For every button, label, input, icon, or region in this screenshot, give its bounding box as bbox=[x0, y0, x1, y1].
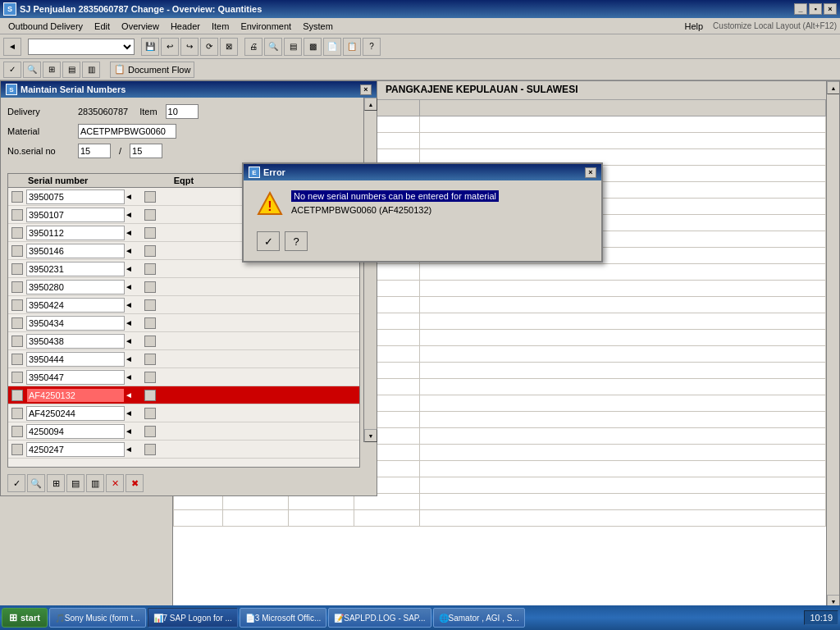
serial-confirm-button[interactable]: ✓ bbox=[7, 474, 25, 492]
eqpt-checkbox[interactable] bbox=[144, 281, 156, 293]
serial-panel-close-button[interactable]: × bbox=[360, 84, 372, 95]
serial-checkbox[interactable] bbox=[11, 299, 23, 311]
error-dialog-close-button[interactable]: × bbox=[585, 167, 596, 178]
serial-checkbox[interactable] bbox=[11, 263, 23, 275]
grid-button[interactable]: ⊞ bbox=[43, 62, 61, 78]
taskbar-item-saplpd[interactable]: 📝 SAPLPD.LOG - SAP... bbox=[328, 608, 431, 628]
scroll-up-btn[interactable]: ▲ bbox=[827, 81, 840, 94]
serial-number-field[interactable] bbox=[26, 244, 125, 258]
serial-number-field[interactable] bbox=[26, 442, 125, 457]
menu-overview[interactable]: Overview bbox=[116, 20, 164, 33]
eqpt-checkbox[interactable] bbox=[144, 408, 156, 419]
serial-delete-button[interactable]: ✕ bbox=[106, 474, 124, 492]
serial-number-field[interactable] bbox=[26, 189, 125, 204]
save-button[interactable]: 💾 bbox=[141, 38, 159, 56]
undo-button[interactable]: ↪ bbox=[180, 38, 199, 56]
serial-checkbox[interactable] bbox=[11, 245, 23, 257]
eqpt-checkbox[interactable] bbox=[144, 354, 156, 365]
error-help-button[interactable]: ? bbox=[285, 231, 308, 251]
serial-number-field[interactable] bbox=[26, 226, 125, 240]
serial-number-field[interactable] bbox=[26, 352, 125, 367]
restore-button[interactable]: ▪ bbox=[809, 3, 822, 15]
eqpt-checkbox[interactable] bbox=[144, 299, 156, 311]
eqpt-checkbox[interactable] bbox=[144, 227, 156, 239]
print-button[interactable]: 🖨 bbox=[244, 38, 262, 56]
shortcut2[interactable]: ▩ bbox=[304, 38, 322, 56]
serial-search-button[interactable]: 🔍 bbox=[27, 474, 45, 492]
stop-button[interactable]: ⊠ bbox=[220, 38, 238, 56]
serial-checkbox[interactable] bbox=[11, 191, 23, 203]
scroll-down-button[interactable]: ▼ bbox=[364, 429, 377, 442]
shortcut1[interactable]: ▤ bbox=[284, 38, 302, 56]
serial-number-field[interactable] bbox=[26, 280, 125, 294]
menu-help[interactable]: Help bbox=[679, 20, 708, 33]
eqpt-checkbox[interactable] bbox=[144, 209, 156, 221]
no-serial-input[interactable] bbox=[78, 144, 111, 158]
eqpt-checkbox[interactable] bbox=[144, 390, 156, 401]
forward-button[interactable]: ⟳ bbox=[200, 38, 218, 56]
back-button[interactable]: ◄ bbox=[3, 38, 21, 56]
check-button[interactable]: ✓ bbox=[3, 62, 21, 78]
taskbar-item-office[interactable]: 📄 3 Microsoft Offic... bbox=[240, 608, 326, 628]
serial-checkbox[interactable] bbox=[11, 426, 23, 437]
serial-number-field[interactable] bbox=[26, 262, 125, 276]
document-flow-button[interactable]: 📋 Document Flow bbox=[110, 62, 194, 78]
serial-cancel-button[interactable]: ✖ bbox=[126, 474, 144, 492]
help-button[interactable]: ? bbox=[363, 38, 381, 56]
close-button[interactable]: × bbox=[824, 3, 837, 15]
serial-checkbox[interactable] bbox=[11, 354, 23, 365]
col-button[interactable]: ▤ bbox=[62, 62, 80, 78]
panel-scrollbar[interactable]: ▲ ▼ bbox=[363, 98, 377, 442]
find-button[interactable]: 🔍 bbox=[264, 38, 282, 56]
error-confirm-button[interactable]: ✓ bbox=[257, 231, 280, 251]
serial-grid-button[interactable]: ⊞ bbox=[47, 474, 65, 492]
eqpt-checkbox[interactable] bbox=[144, 191, 156, 203]
command-dropdown[interactable] bbox=[28, 39, 135, 55]
serial-number-field[interactable] bbox=[26, 370, 125, 385]
serial-checkbox[interactable] bbox=[11, 227, 23, 239]
serial-checkbox[interactable] bbox=[11, 372, 23, 383]
no-serial-total-input[interactable] bbox=[130, 144, 162, 158]
search-button[interactable]: 🔍 bbox=[23, 62, 41, 78]
serial-number-field[interactable] bbox=[26, 316, 125, 331]
scroll-up-button[interactable]: ▲ bbox=[364, 98, 377, 111]
serial-checkbox[interactable] bbox=[11, 317, 23, 329]
menu-system[interactable]: System bbox=[298, 20, 338, 33]
serial-col2-button[interactable]: ▤ bbox=[66, 474, 84, 492]
taskbar-item-samator[interactable]: 🌐 Samator , AGI , S... bbox=[433, 608, 525, 628]
serial-checkbox[interactable] bbox=[11, 408, 23, 419]
menu-outbound-delivery[interactable]: Outbound Delivery bbox=[3, 20, 88, 33]
eqpt-checkbox[interactable] bbox=[144, 245, 156, 257]
row-button[interactable]: ▥ bbox=[82, 62, 100, 78]
serial-checkbox[interactable] bbox=[11, 336, 23, 347]
serial-number-field[interactable] bbox=[26, 298, 125, 313]
serial-number-field[interactable] bbox=[26, 424, 125, 439]
eqpt-checkbox[interactable] bbox=[144, 336, 156, 347]
serial-number-field[interactable] bbox=[26, 406, 125, 421]
eqpt-checkbox[interactable] bbox=[144, 426, 156, 437]
serial-number-field[interactable] bbox=[26, 208, 125, 222]
eqpt-checkbox[interactable] bbox=[144, 372, 156, 383]
eqpt-checkbox[interactable] bbox=[144, 317, 156, 329]
serial-checkbox[interactable] bbox=[11, 390, 23, 401]
vertical-scrollbar[interactable]: ▲ ▼ bbox=[826, 81, 839, 621]
serial-checkbox[interactable] bbox=[11, 444, 23, 455]
serial-checkbox[interactable] bbox=[11, 209, 23, 221]
eqpt-checkbox[interactable] bbox=[144, 263, 156, 275]
menu-environment[interactable]: Environment bbox=[235, 20, 296, 33]
taskbar-item-sap[interactable]: 📊 7 SAP Logon for ... bbox=[148, 608, 238, 628]
serial-row2-button[interactable]: ▥ bbox=[86, 474, 104, 492]
start-button[interactable]: ⊞ start bbox=[2, 608, 48, 628]
shortcut4[interactable]: 📋 bbox=[343, 38, 361, 56]
serial-number-field[interactable] bbox=[26, 334, 125, 349]
shortcut3[interactable]: 📄 bbox=[323, 38, 341, 56]
menu-item[interactable]: Item bbox=[207, 20, 234, 33]
refresh-button[interactable]: ↩ bbox=[161, 38, 179, 56]
item-input[interactable] bbox=[166, 104, 199, 119]
serial-number-field-highlighted[interactable] bbox=[26, 388, 125, 403]
taskbar-item-sony[interactable]: 🎵 Sony Music (form t... bbox=[49, 608, 146, 628]
minimize-button[interactable]: _ bbox=[794, 3, 807, 15]
menu-edit[interactable]: Edit bbox=[89, 20, 115, 33]
eqpt-checkbox[interactable] bbox=[144, 444, 156, 455]
menu-header[interactable]: Header bbox=[166, 20, 205, 33]
